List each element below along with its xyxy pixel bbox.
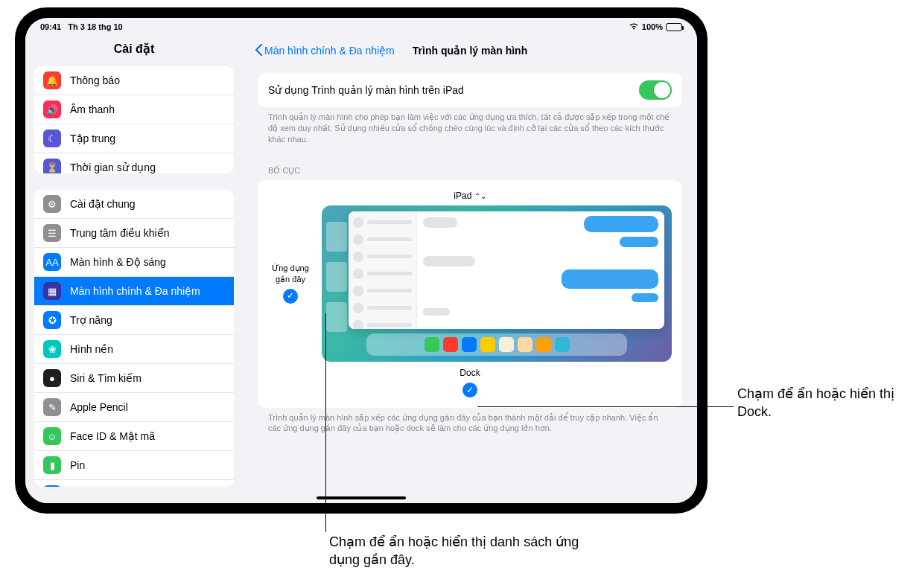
recent-apps-checkbox[interactable]: ✓ xyxy=(283,289,298,304)
sidebar-item-icon: ✪ xyxy=(43,311,61,329)
sidebar-item-icon: 🔔 xyxy=(43,71,61,89)
toggle-description: Trình quản lý màn hình cho phép bạn làm … xyxy=(258,107,682,145)
dock-label: Dock xyxy=(268,368,672,378)
dock-app-icon xyxy=(443,337,458,352)
layout-card: iPad ⌃⌄ Ứng dụng gần đây ✓ xyxy=(258,180,682,408)
sidebar-item[interactable]: ▦Màn hình chính & Đa nhiệm xyxy=(34,277,234,306)
sidebar-item-label: Màn hình chính & Đa nhiệm xyxy=(70,285,200,297)
sidebar-item-icon: ❀ xyxy=(43,340,61,358)
preview-strip xyxy=(326,222,347,252)
back-button[interactable]: Màn hình chính & Đa nhiệm xyxy=(255,44,395,58)
settings-sidebar: Cài đặt 🔔Thông báo🔊Âm thanh☾Tập trung⏳Th… xyxy=(25,36,243,503)
sidebar-item[interactable]: ⏳Thời gian sử dụng xyxy=(34,153,234,173)
sidebar-item-label: Thông báo xyxy=(70,74,120,86)
callout-dock-text: Chạm để ẩn hoặc hiển thị Dock. xyxy=(737,385,909,421)
dock-app-icon xyxy=(480,337,495,352)
sidebar-item[interactable]: ❀Hình nền xyxy=(34,335,234,364)
dock-app-icon xyxy=(555,337,570,352)
dock-app-icon xyxy=(518,337,532,352)
ipad-frame: 09:41 Th 3 18 thg 10 ••• 100% Cài đặt 🔔T… xyxy=(15,7,707,514)
sidebar-item-icon: ● xyxy=(43,369,61,387)
sidebar-item-icon: 🔊 xyxy=(43,100,61,118)
sidebar-item-icon: ✎ xyxy=(43,398,61,416)
status-date: Th 3 18 thg 10 xyxy=(68,22,122,31)
sidebar-item[interactable]: 🔊Âm thanh xyxy=(34,95,234,124)
sidebar-item[interactable]: 🔔Thông báo xyxy=(34,66,234,95)
callout-line xyxy=(477,406,734,407)
wifi-icon xyxy=(629,22,639,31)
sidebar-item-label: Trung tâm điều khiển xyxy=(70,227,169,239)
callout-recent-text: Chạm để ẩn hoặc hiển thị danh sách ứng d… xyxy=(329,533,605,569)
dock-app-icon xyxy=(536,337,551,352)
sidebar-item[interactable]: ⚙Cài đặt chung xyxy=(34,190,234,219)
stage-manager-toggle[interactable] xyxy=(639,80,672,100)
layout-description: Trình quản lý màn hình sắp xếp các ứng d… xyxy=(258,408,682,435)
sidebar-item-icon: ✋ xyxy=(43,485,61,487)
sidebar-item[interactable]: ☾Tập trung xyxy=(34,124,234,153)
dropdown-arrows-icon: ⌃⌄ xyxy=(474,192,486,200)
sidebar-item-icon: ☺ xyxy=(43,427,61,445)
sidebar-item-icon: ⏳ xyxy=(43,159,61,173)
home-indicator[interactable] xyxy=(317,496,406,499)
battery-percent: 100% xyxy=(642,22,663,31)
battery-icon xyxy=(666,23,682,31)
sidebar-item-icon: ☰ xyxy=(43,224,61,242)
sidebar-item[interactable]: ✋Quyền riêng tư & Bảo mật xyxy=(34,480,234,487)
sidebar-item-icon: ☾ xyxy=(43,130,61,147)
page-title: Trình quản lý màn hình xyxy=(413,45,527,57)
sidebar-item-label: Cài đặt chung xyxy=(70,198,136,210)
preview-strip xyxy=(326,262,347,292)
toggle-label: Sử dụng Trình quản lý màn hình trên iPad xyxy=(268,84,464,96)
sidebar-item-label: Trợ năng xyxy=(70,314,112,326)
dock-checkbox[interactable]: ✓ xyxy=(462,383,477,397)
sidebar-item-label: Thời gian sử dụng xyxy=(70,162,156,173)
preview-window xyxy=(349,211,664,329)
dock-app-icon xyxy=(462,337,477,352)
sidebar-item[interactable]: ☰Trung tâm điều khiển xyxy=(34,219,234,248)
sidebar-item[interactable]: ✪Trợ năng xyxy=(34,306,234,335)
stage-manager-toggle-card: Sử dụng Trình quản lý màn hình trên iPad xyxy=(258,73,682,107)
status-bar: 09:41 Th 3 18 thg 10 ••• 100% xyxy=(25,18,697,36)
sidebar-item-label: Âm thanh xyxy=(70,103,115,115)
sidebar-item-label: Pin xyxy=(70,459,85,471)
sidebar-item-label: Tập trung xyxy=(70,132,115,144)
sidebar-item-label: Siri & Tìm kiếm xyxy=(70,372,141,384)
callout-line xyxy=(325,313,326,532)
layout-section-header: BỐ CỤC xyxy=(258,153,682,180)
nav-header: Màn hình chính & Đa nhiệm Trình quản lý … xyxy=(243,36,697,65)
recent-apps-label: Ứng dụng gần đây xyxy=(268,263,313,284)
sidebar-item-label: Apple Pencil xyxy=(70,401,128,413)
device-selector[interactable]: iPad ⌃⌄ xyxy=(268,191,672,201)
sidebar-item-label: Hình nền xyxy=(70,343,113,355)
detail-pane: Màn hình chính & Đa nhiệm Trình quản lý … xyxy=(243,36,697,503)
status-time: 09:41 xyxy=(40,22,61,31)
sidebar-title: Cài đặt xyxy=(34,36,234,66)
dock-app-icon xyxy=(424,337,439,352)
sidebar-item-icon: AA xyxy=(43,253,61,271)
preview-strip xyxy=(326,302,347,332)
sidebar-item-icon: ⚙ xyxy=(43,195,61,213)
sidebar-item-label: Màn hình & Độ sáng xyxy=(70,256,166,268)
sidebar-item[interactable]: ✎Apple Pencil xyxy=(34,393,234,422)
sidebar-item[interactable]: ▮Pin xyxy=(34,451,234,480)
dock-app-icon xyxy=(499,337,514,352)
sidebar-item[interactable]: ☺Face ID & Mật mã xyxy=(34,422,234,451)
screen: 09:41 Th 3 18 thg 10 ••• 100% Cài đặt 🔔T… xyxy=(25,18,697,503)
sidebar-item-icon: ▦ xyxy=(43,282,61,300)
preview-dock xyxy=(366,333,627,356)
chevron-left-icon xyxy=(255,44,263,58)
sidebar-item[interactable]: AAMàn hình & Độ sáng xyxy=(34,248,234,277)
sidebar-item[interactable]: ●Siri & Tìm kiếm xyxy=(34,364,234,393)
sidebar-item-icon: ▮ xyxy=(43,456,61,474)
sidebar-item-label: Face ID & Mật mã xyxy=(70,430,155,442)
back-label: Màn hình chính & Đa nhiệm xyxy=(264,45,395,57)
layout-preview xyxy=(322,205,672,362)
